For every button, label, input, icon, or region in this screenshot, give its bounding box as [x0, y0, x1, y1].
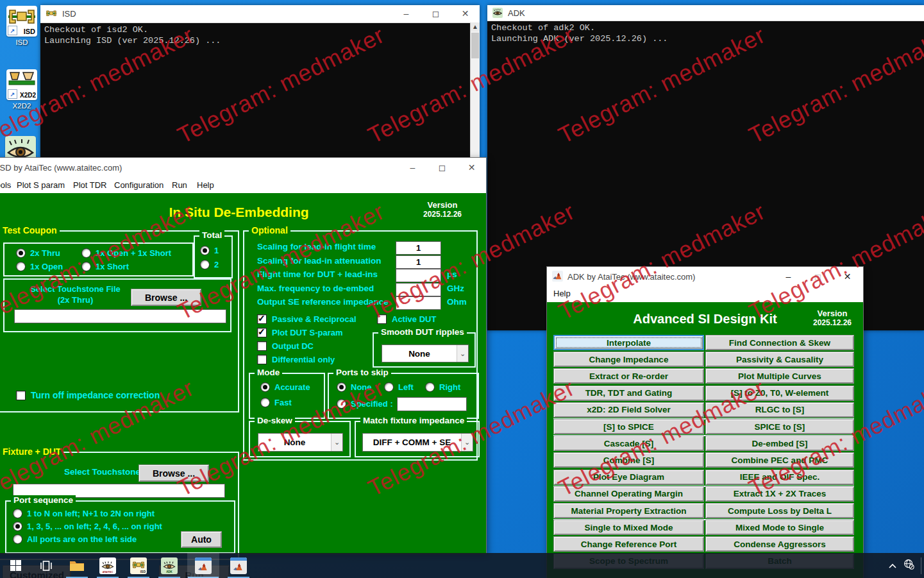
radio-accurate[interactable]: Accurate — [260, 381, 310, 393]
adk-button-compute-loss-by-delta-l[interactable]: Compute Loss by Delta L — [705, 503, 854, 518]
menu-item-tools[interactable]: Tools — [0, 180, 11, 190]
adk-button-de-embed-s[interactable]: De-embed [S] — [705, 436, 854, 451]
coupon-file-input[interactable] — [14, 309, 226, 323]
menu-item-configuration[interactable]: Configuration — [114, 180, 164, 190]
menu-item-help[interactable]: Help — [553, 289, 571, 298]
output-dc-checkbox[interactable]: Output DC — [257, 340, 314, 352]
auto-button[interactable]: Auto — [181, 531, 222, 548]
menu-item-plot-tdr[interactable]: Plot TDR — [73, 180, 107, 190]
scaling-flight-time-input[interactable]: 1 — [396, 241, 441, 255]
radio-label: 1, 3, 5, ... on left; 2, 4, 6, ... on ri… — [27, 522, 162, 531]
adk-button-change-reference-port[interactable]: Change Reference Port — [553, 536, 704, 552]
radio-1x-open[interactable]: 1x Open — [16, 260, 63, 272]
smooth-ripples-dropdown[interactable]: None ⌄ — [382, 344, 469, 362]
radio-1x-open-1x-short[interactable]: 1x Open + 1x Short — [81, 247, 171, 259]
adk-button-plot-multiple-curves[interactable]: Plot Multiple Curves — [705, 368, 854, 384]
group-label: Smooth DUT ripples — [378, 327, 467, 337]
plot-dut-sparam-checkbox[interactable]: Plot DUT S-param — [257, 327, 343, 338]
radio-skip-none[interactable]: None — [337, 381, 372, 393]
start-button[interactable] — [0, 553, 31, 578]
flight-time-input[interactable] — [396, 269, 441, 282]
file-explorer-button[interactable] — [62, 553, 92, 578]
adk-button-extract-or-re-order[interactable]: Extract or Re-order — [553, 368, 704, 384]
adk-button-material-property-extraction[interactable]: Material Property Extraction — [553, 503, 704, 518]
dropdown-value: None — [382, 349, 457, 359]
network-globe-icon[interactable] — [903, 559, 914, 572]
adk-button-change-impedance[interactable]: Change Impedance — [553, 352, 704, 367]
menu-item-run[interactable]: Run — [172, 180, 187, 190]
minimize-button[interactable]: – — [774, 267, 803, 286]
active-dut-checkbox[interactable]: Active DUT — [377, 313, 436, 325]
radio-skip-specified[interactable]: Specified : — [337, 398, 393, 409]
radio-indicator — [200, 246, 210, 255]
coupon-type-box: 2x Thru 1x Open + 1x Short 1x Open 1x Sh… — [3, 242, 194, 276]
radio-total-1[interactable]: 1 — [200, 244, 219, 256]
radio-port-seq-1[interactable]: 1 to N on left; N+1 to 2N on right — [13, 507, 155, 519]
adk-button-cascade-s[interactable]: Cascade [S] — [553, 436, 704, 451]
matlab-window-button-1[interactable] — [187, 553, 219, 578]
radio-port-seq-2[interactable]: 1, 3, 5, ... on left; 2, 4, 6, ... on ri… — [13, 520, 162, 532]
adk-button-plot-eye-diagram[interactable]: Plot Eye Diagram — [553, 470, 704, 485]
differential-only-checkbox[interactable]: Differential only — [257, 353, 335, 365]
menu-item-plot-s-param[interactable]: Plot S param — [17, 180, 65, 190]
radio-skip-left[interactable]: Left — [384, 381, 414, 393]
maximize-button[interactable]: ◻ — [428, 158, 457, 178]
adk-button-rlgc-to-s[interactable]: RLGC to [S] — [705, 402, 854, 418]
adk-green-panel: Advanced SI Design Kit Version 2025.12.2… — [547, 302, 863, 578]
tray-expand-chevron[interactable] — [888, 560, 897, 572]
adk-button-ieee-and-oif-spec[interactable]: IEEE and OIF Spec. — [705, 470, 854, 485]
x2d2-app-icon: X2D2 ↗ — [6, 69, 37, 100]
adk-app-button[interactable]: ADK — [154, 553, 185, 578]
adk-button-mixed-mode-to-single[interactable]: Mixed Mode to Single — [705, 520, 854, 535]
adk-button-combine-pec-and-pmc[interactable]: Combine PEC and PMC — [705, 452, 854, 468]
match-impedance-dropdown[interactable]: DIFF + COMM + SE ⌄ — [362, 433, 473, 452]
adk-button-passivity-causality[interactable]: Passivity & Causality — [705, 352, 854, 367]
scroll-up-icon[interactable]: ▲ — [471, 22, 480, 31]
radio-port-seq-3[interactable]: All ports are on the left side — [13, 533, 137, 545]
radio-total-2[interactable]: 2 — [200, 259, 219, 270]
browse-button[interactable]: Browse ... — [139, 464, 209, 482]
scaling-attenuation-input[interactable]: 1 — [396, 255, 441, 269]
scrollbar[interactable]: ▲ — [470, 22, 480, 157]
deskew-dropdown[interactable]: None ⌄ — [258, 433, 343, 452]
adk-button-s-to-spice[interactable]: [S] to SPICE — [553, 419, 704, 434]
browse-button[interactable]: Browse ... — [131, 289, 201, 306]
adk-button-extract-1x-2x-traces[interactable]: Extract 1X + 2X Traces — [705, 486, 854, 502]
maximize-button[interactable]: ◻ — [803, 267, 832, 286]
adk-button-x2d-2d-field-solver[interactable]: x2D: 2D Field Solver — [553, 402, 704, 418]
output-impedance-input[interactable] — [396, 296, 441, 310]
adk-button-channel-operating-margin[interactable]: Channel Operating Margin — [553, 486, 704, 502]
maximize-button[interactable]: ◻ — [421, 5, 450, 22]
radio-2x-thru[interactable]: 2x Thru — [16, 247, 60, 259]
minimize-button[interactable]: – — [398, 158, 427, 178]
group-test-coupon: Test Coupon 2x Thru 1x Open + 1x Short 1… — [0, 230, 239, 412]
ataitec-app-button[interactable]: ATAITEC — [92, 553, 123, 578]
adk-button-combine-s[interactable]: Combine [S] — [553, 452, 704, 468]
adk-button-s-to-z0-t0-w-element[interactable]: [S] to Z0, T0, W-element — [705, 386, 854, 401]
specified-ports-input[interactable] — [397, 397, 467, 411]
turn-off-impedance-checkbox[interactable]: Turn off impedance correction — [16, 389, 160, 401]
task-view-button[interactable] — [31, 553, 62, 578]
adk-button-tdr-tdt-and-gating[interactable]: TDR, TDT and Gating — [553, 386, 704, 401]
desktop-icon-isd[interactable]: ISD ↗ ISD — [6, 6, 37, 46]
max-frequency-input[interactable] — [396, 283, 441, 296]
radio-1x-short[interactable]: 1x Short — [81, 260, 129, 272]
passive-reciprocal-checkbox[interactable]: Passive & Reciprocal — [257, 313, 357, 325]
adk-button-interpolate[interactable]: Interpolate — [553, 335, 704, 350]
adk-button-spice-to-s[interactable]: SPICE to [S] — [705, 419, 854, 434]
desktop-icon-x2d2[interactable]: X2D2 ↗ X2D2 — [6, 69, 37, 110]
scrollbar-thumb[interactable] — [471, 33, 479, 58]
adk-button-single-to-mixed-mode[interactable]: Single to Mixed Mode — [553, 520, 704, 535]
menu-item-help[interactable]: Help — [197, 180, 214, 190]
matlab-window-button-2[interactable] — [223, 553, 254, 578]
close-button[interactable]: ✕ — [457, 158, 486, 178]
radio-fast[interactable]: Fast — [260, 396, 292, 408]
close-button[interactable]: ✕ — [833, 267, 862, 286]
adk-button-condense-aggressors[interactable]: Condense Aggressors — [705, 536, 854, 552]
minimize-button[interactable]: – — [392, 5, 421, 22]
close-button[interactable]: ✕ — [451, 5, 480, 22]
radio-skip-right[interactable]: Right — [425, 381, 460, 393]
radio-indicator — [384, 382, 394, 392]
adk-button-find-connection-skew[interactable]: Find Connection & Skew — [705, 335, 854, 350]
isd-app-button[interactable]: ISD — [123, 553, 154, 578]
